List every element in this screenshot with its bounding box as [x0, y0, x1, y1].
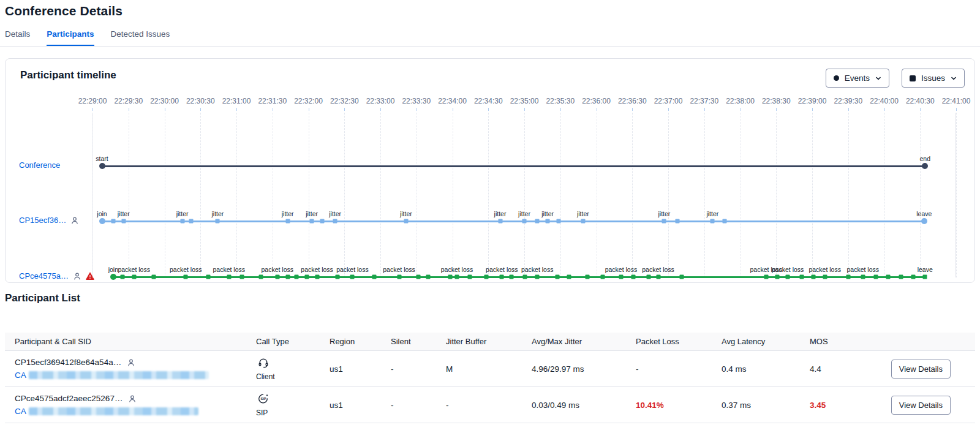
timeline-marker[interactable] [239, 275, 244, 279]
call-sid-link[interactable]: CA [15, 407, 26, 416]
timeline-marker-jitter[interactable] [216, 219, 220, 224]
timeline-marker-jitter[interactable] [180, 219, 184, 224]
timeline-marker[interactable] [679, 275, 684, 279]
timeline-marker-leave[interactable] [923, 275, 927, 279]
timeline-marker[interactable] [585, 275, 589, 279]
timeline-marker[interactable] [899, 275, 903, 279]
participant-sid-cell: CPce4575adcf2aeec25267…CA [15, 394, 256, 416]
timeline-marker-start[interactable] [99, 163, 105, 169]
timeline-marker-jitter[interactable] [522, 219, 527, 224]
timeline-marker[interactable] [812, 275, 816, 279]
timeline-marker-jitter[interactable] [581, 219, 585, 224]
timeline-marker[interactable] [535, 219, 540, 224]
timeline-marker-packet-loss[interactable] [455, 275, 459, 279]
timeline-marker[interactable] [723, 219, 727, 224]
column-header-call-type: Call Type [256, 337, 330, 346]
timeline-marker-packet-loss[interactable] [132, 275, 136, 279]
timeline-marker-packet-loss[interactable] [500, 275, 504, 279]
timeline-marker[interactable] [675, 219, 679, 224]
timeline-marker-label: packet loss [772, 266, 804, 273]
timeline-marker-jitter[interactable] [662, 219, 666, 224]
timeline-marker[interactable] [304, 275, 309, 279]
silent-cell: - [391, 401, 446, 410]
timeline-marker-packet-loss[interactable] [823, 275, 827, 279]
timeline-marker-packet-loss[interactable] [397, 275, 401, 279]
axis-tick-mark [129, 108, 129, 111]
participant-sid-cell: CP15ecf369412f8e64a54a…CA [15, 358, 256, 380]
timeline-marker-jitter[interactable] [710, 219, 715, 224]
axis-tick-label: 22:36:30 [618, 97, 647, 105]
timeline-marker[interactable] [523, 275, 527, 279]
tab-details[interactable]: Details [5, 29, 30, 46]
timeline-marker[interactable] [509, 275, 513, 279]
axis-tick-mark [704, 108, 705, 111]
timeline-row-link[interactable]: Conference [19, 160, 60, 170]
timeline-marker[interactable] [152, 275, 156, 279]
timeline-marker-packet-loss[interactable] [861, 275, 865, 279]
timeline-marker[interactable] [206, 275, 210, 279]
timeline-marker[interactable] [468, 275, 472, 279]
timeline-marker-jitter[interactable] [285, 219, 290, 224]
tab-detected-issues[interactable]: Detected Issues [111, 29, 170, 46]
timeline-marker-packet-loss[interactable] [619, 275, 623, 279]
timeline-marker[interactable] [121, 275, 125, 279]
timeline-marker[interactable] [846, 275, 850, 279]
timeline-marker[interactable] [416, 275, 420, 279]
timeline-marker-packet-loss[interactable] [227, 275, 231, 279]
timeline-marker[interactable] [873, 275, 878, 279]
timeline-marker[interactable] [285, 275, 290, 279]
timeline-marker[interactable] [448, 275, 452, 279]
axis-tick-label: 22:32:00 [294, 97, 323, 105]
timeline-marker[interactable] [631, 275, 635, 279]
timeline-marker-leave[interactable] [921, 218, 927, 224]
timeline-marker-packet-loss[interactable] [786, 275, 790, 279]
timeline-marker[interactable] [372, 275, 376, 279]
timeline-marker-packet-loss[interactable] [275, 275, 279, 279]
view-details-button[interactable]: View Details [891, 360, 951, 379]
timeline-marker-packet-loss[interactable] [535, 275, 540, 279]
timeline-marker-join[interactable] [99, 218, 105, 224]
timeline-marker-packet-loss[interactable] [315, 275, 319, 279]
column-header-packet-loss: Packet Loss [636, 337, 722, 346]
timeline-marker-end[interactable] [922, 163, 928, 169]
axis-tick-mark [776, 108, 777, 111]
timeline-row-link[interactable]: CP15ecf36… [19, 216, 66, 225]
timeline-marker[interactable] [567, 275, 571, 279]
timeline-marker[interactable] [294, 275, 298, 279]
timeline-marker-jitter[interactable] [546, 219, 550, 224]
call-type-cell: SIPSIP [256, 393, 330, 417]
timeline-marker[interactable] [258, 275, 263, 279]
timeline-marker[interactable] [886, 275, 890, 279]
timeline-marker[interactable] [911, 275, 915, 279]
timeline-marker[interactable] [426, 275, 431, 279]
view-details-button[interactable]: View Details [891, 396, 951, 415]
timeline-marker-jitter[interactable] [404, 219, 408, 224]
axis-tick-label: 22:31:00 [222, 97, 251, 105]
timeline-marker-jitter[interactable] [121, 219, 126, 224]
timeline-marker-packet-loss[interactable] [350, 275, 355, 279]
timeline-row-link[interactable]: CPce4575a… [19, 271, 69, 281]
timeline-marker[interactable] [799, 275, 804, 279]
timeline-marker-packet-loss[interactable] [184, 275, 188, 279]
timeline-marker-jitter[interactable] [310, 219, 314, 224]
call-sid-link[interactable]: CA [15, 371, 26, 380]
axis-tick-label: 22:37:30 [690, 97, 718, 105]
timeline-marker[interactable] [336, 275, 340, 279]
timeline-marker-jitter[interactable] [498, 219, 502, 224]
timeline-marker[interactable] [111, 219, 115, 224]
timeline-marker-packet-loss[interactable] [764, 275, 768, 279]
timeline-marker-join[interactable] [110, 274, 116, 280]
axis-tick-label: 22:35:00 [510, 97, 539, 105]
timeline-marker[interactable] [557, 219, 561, 224]
timeline-marker[interactable] [484, 275, 488, 279]
timeline-marker[interactable] [647, 275, 651, 279]
timeline-marker[interactable] [775, 275, 780, 279]
tab-participants[interactable]: Participants [47, 29, 94, 46]
timeline-marker[interactable] [555, 275, 559, 279]
timeline-marker-jitter[interactable] [333, 219, 337, 224]
timeline-marker-label: packet loss [213, 266, 246, 273]
timeline-marker[interactable] [189, 219, 193, 224]
timeline-marker[interactable] [601, 275, 605, 279]
timeline-marker[interactable] [320, 219, 325, 224]
timeline-marker-packet-loss[interactable] [656, 275, 660, 279]
